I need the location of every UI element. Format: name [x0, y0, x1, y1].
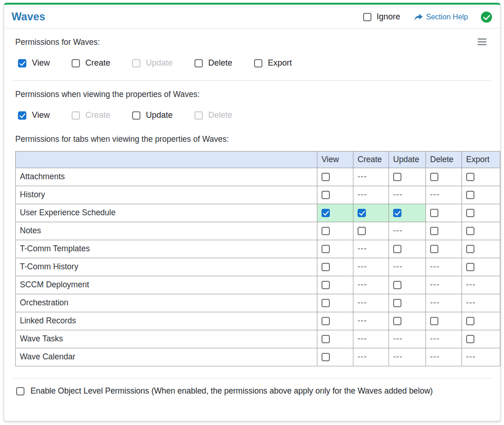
tab-name-cell: Orchestration [16, 294, 317, 312]
not-applicable-cell-create: --- [353, 240, 389, 258]
row-checkbox-export[interactable] [466, 335, 474, 343]
permission-cell-view [317, 348, 353, 366]
properties-checkbox-update[interactable] [132, 111, 140, 120]
permission-cell-create [353, 204, 389, 222]
row-checkbox-update[interactable] [393, 245, 401, 253]
permission-cell-delete [426, 312, 462, 330]
main-option-update: Update [132, 58, 173, 68]
row-checkbox-update[interactable] [393, 317, 401, 325]
row-checkbox-export[interactable] [466, 209, 474, 217]
row-checkbox-delete[interactable] [430, 245, 438, 253]
row-checkbox-export[interactable] [466, 173, 474, 181]
not-applicable-cell-create: --- [353, 276, 389, 294]
row-checkbox-create[interactable] [358, 227, 366, 235]
row-checkbox-export[interactable] [466, 245, 474, 253]
permission-cell-delete [426, 240, 462, 258]
tab-name-cell: Wave Tasks [16, 330, 317, 348]
row-checkbox-delete[interactable] [430, 173, 438, 181]
main-label-update: Update [146, 58, 173, 68]
not-applicable-cell-export: --- [462, 276, 500, 294]
row-checkbox-view[interactable] [322, 227, 330, 235]
ignore-label: Ignore [376, 12, 400, 22]
row-checkbox-view[interactable] [322, 317, 330, 325]
main-checkbox-create[interactable] [72, 59, 80, 67]
permission-cell-view [317, 240, 353, 258]
row-checkbox-create[interactable] [358, 209, 366, 217]
tab-name-cell: User Experience Schedule [16, 204, 317, 222]
row-checkbox-delete[interactable] [430, 227, 438, 235]
permission-cell-update [389, 312, 426, 330]
row-checkbox-view[interactable] [322, 245, 330, 253]
row-checkbox-view[interactable] [322, 281, 330, 289]
row-checkbox-export[interactable] [466, 317, 474, 325]
table-row: Wave Calendar------------ [16, 348, 500, 366]
row-checkbox-delete[interactable] [430, 209, 438, 217]
page-title: Waves [12, 11, 45, 23]
main-checkbox-delete[interactable] [194, 59, 203, 67]
properties-label-update: Update [146, 110, 173, 120]
not-applicable-cell-delete: --- [426, 330, 462, 348]
permission-cell-view [317, 312, 353, 330]
row-checkbox-view[interactable] [322, 209, 330, 217]
row-checkbox-export[interactable] [466, 191, 474, 199]
tab-name-cell: Linked Records [16, 312, 317, 330]
card-content: Permissions for Waves: ViewCreateUpdateD… [4, 37, 500, 396]
row-checkbox-view[interactable] [322, 299, 330, 307]
table-row: Wave Tasks--------- [16, 330, 500, 348]
footer-divider [13, 378, 491, 378]
forward-arrow-icon [414, 13, 423, 21]
row-checkbox-update[interactable] [393, 209, 401, 217]
table-row: SCCM Deployment--------- [16, 276, 500, 294]
main-label-export: Export [268, 58, 292, 68]
properties-option-delete: Delete [194, 110, 232, 120]
table-row: Notes--- [16, 222, 500, 240]
row-checkbox-export[interactable] [466, 227, 474, 235]
main-checkbox-export[interactable] [254, 59, 262, 67]
tab-name-cell: History [16, 186, 317, 204]
card-header: Waves Ignore Section Help [4, 5, 500, 29]
table-row: Attachments--- [16, 168, 500, 186]
row-checkbox-export[interactable] [466, 263, 474, 271]
permission-cell-export [462, 240, 500, 258]
column-header-view: View [317, 152, 353, 168]
properties-checkbox-delete [194, 111, 203, 120]
object-level-permissions-control: Enable Object Level Permissions (When en… [12, 386, 493, 396]
row-checkbox-view[interactable] [322, 335, 330, 343]
permission-cell-view [317, 222, 353, 240]
table-row: History--------- [16, 186, 500, 204]
section-divider [13, 80, 491, 81]
ignore-checkbox[interactable] [363, 13, 371, 21]
not-applicable-cell-create: --- [353, 294, 389, 312]
tabs-permissions-header: Permissions for tabs when viewing the pr… [12, 134, 493, 144]
permission-cell-export [462, 168, 500, 186]
main-label-delete: Delete [208, 58, 232, 68]
menu-icon[interactable] [478, 37, 486, 47]
row-checkbox-view[interactable] [322, 353, 330, 361]
row-checkbox-view[interactable] [322, 191, 330, 199]
tab-name-cell: SCCM Deployment [16, 276, 317, 294]
not-applicable-cell-delete: --- [426, 294, 462, 312]
main-permissions-label: Permissions for Waves: [12, 37, 100, 47]
row-checkbox-view[interactable] [322, 263, 330, 271]
properties-checkbox-view[interactable] [18, 111, 26, 120]
permission-cell-export [462, 186, 500, 204]
main-checkbox-view[interactable] [18, 59, 26, 67]
row-checkbox-update[interactable] [393, 281, 401, 289]
properties-permissions-label: Permissions when viewing the properties … [12, 90, 200, 99]
column-header-delete: Delete [426, 152, 462, 168]
row-checkbox-update[interactable] [393, 299, 401, 307]
row-checkbox-update[interactable] [393, 173, 401, 181]
row-checkbox-delete[interactable] [430, 317, 438, 325]
properties-label-create: Create [85, 110, 110, 120]
tab-name-cell: Attachments [16, 168, 317, 186]
section-help-link[interactable]: Section Help [414, 13, 468, 21]
object-level-permissions-checkbox[interactable] [16, 387, 24, 395]
not-applicable-cell-update: --- [389, 222, 426, 240]
object-level-permissions-label: Enable Object Level Permissions (When en… [30, 386, 433, 396]
not-applicable-cell-create: --- [353, 258, 389, 276]
row-checkbox-view[interactable] [322, 173, 330, 181]
permission-cell-delete [426, 222, 462, 240]
properties-checkbox-create [72, 111, 80, 120]
properties-label-view: View [32, 110, 50, 120]
main-checkbox-update [132, 59, 140, 67]
